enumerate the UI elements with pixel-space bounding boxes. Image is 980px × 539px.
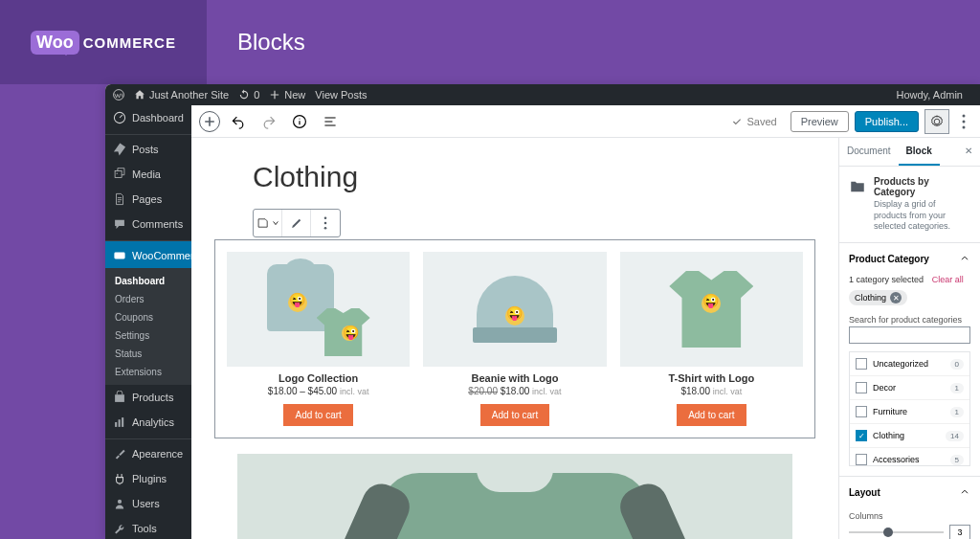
section-head-category[interactable]: Product Category xyxy=(839,243,980,274)
new-link[interactable]: New xyxy=(269,89,305,101)
section-head-layout[interactable]: Layout xyxy=(839,477,980,507)
sidebar-label: Pages xyxy=(132,193,162,205)
products-block[interactable]: Logo Collection $18.00 – $45.00 incl. va… xyxy=(214,239,815,438)
svg-point-16 xyxy=(963,120,966,123)
sub-item-dashboard[interactable]: Dashboard xyxy=(105,272,191,290)
inserter-button[interactable] xyxy=(199,111,220,132)
category-item[interactable]: Uncategorized0 xyxy=(850,352,969,376)
category-item[interactable]: Decor1 xyxy=(850,376,969,400)
howdy-link[interactable]: Howdy, Admin xyxy=(897,89,964,101)
checkbox[interactable] xyxy=(856,406,867,417)
columns-slider[interactable] xyxy=(849,531,944,533)
edit-button[interactable] xyxy=(282,210,311,236)
selected-count: 1 category selected xyxy=(849,275,924,284)
admin-bar: Just Another Site 0 New View Posts Howdy… xyxy=(105,84,980,105)
site-name-link[interactable]: Just Another Site xyxy=(134,89,229,101)
sidebar-item-pages[interactable]: Pages xyxy=(105,187,191,212)
search-label: Search for product categories xyxy=(849,315,970,325)
close-inspector-button[interactable]: ✕ xyxy=(957,138,980,166)
wp-logo-icon[interactable] xyxy=(113,89,124,101)
sidebar-item-products[interactable]: Products xyxy=(105,385,191,410)
folder-icon xyxy=(849,178,866,195)
selected-chip: Clothing✕ xyxy=(849,290,907,305)
category-item[interactable]: Accessories5 xyxy=(850,448,969,466)
sidebar-item-woocommerce[interactable]: WooCommerce xyxy=(105,240,191,268)
chip-label: Clothing xyxy=(855,293,886,303)
woo-bubble: Woo xyxy=(31,31,79,55)
sidebar-item-media[interactable]: Media xyxy=(105,162,191,187)
sub-item-extensions[interactable]: Extensions xyxy=(105,363,191,381)
sidebar-label: Comments xyxy=(132,218,183,230)
chevron-up-icon xyxy=(959,253,970,264)
product-price: $18.00 incl. vat xyxy=(620,386,803,396)
category-label: Furniture xyxy=(873,407,907,416)
add-to-cart-button[interactable]: Add to cart xyxy=(480,404,549,426)
add-to-cart-button[interactable]: Add to cart xyxy=(677,404,746,426)
category-list[interactable]: Uncategorized0 Decor1 Furniture1 Clothin… xyxy=(849,351,970,466)
tab-document[interactable]: Document xyxy=(839,138,899,166)
block-more-button[interactable] xyxy=(311,210,340,236)
woo-logo: Woo COMMERCE xyxy=(31,31,176,55)
product-title: Beanie with Logo xyxy=(423,372,606,384)
category-item[interactable]: Clothing14 xyxy=(850,424,969,448)
sidebar-item-tools[interactable]: Tools xyxy=(105,516,191,539)
sidebar-item-users[interactable]: Users xyxy=(105,491,191,516)
chip-remove-button[interactable]: ✕ xyxy=(890,292,902,303)
sidebar-item-posts[interactable]: Posts xyxy=(105,134,191,162)
sidebar-item-appearance[interactable]: Apearence xyxy=(105,438,191,466)
columns-value[interactable]: 3 xyxy=(949,525,970,539)
category-search-input[interactable] xyxy=(849,326,970,344)
sidebar-label: Apearence xyxy=(132,448,183,460)
add-to-cart-button[interactable]: Add to cart xyxy=(283,404,352,426)
inspector-tabs: Document Block ✕ xyxy=(839,138,980,167)
publish-button[interactable]: Publish... xyxy=(855,111,919,132)
sub-item-coupons[interactable]: Coupons xyxy=(105,308,191,326)
checkbox[interactable] xyxy=(856,430,867,441)
sidebar-item-plugins[interactable]: Plugins xyxy=(105,466,191,491)
block-type-button[interactable] xyxy=(254,210,282,236)
svg-point-20 xyxy=(324,227,327,230)
svg-point-19 xyxy=(324,222,327,225)
sidebar-label: Dashboard xyxy=(132,112,184,124)
sub-item-status[interactable]: Status xyxy=(105,345,191,363)
admin-sidebar: Dashboard Posts Media Pages Comments Woo… xyxy=(105,105,191,539)
sub-item-orders[interactable]: Orders xyxy=(105,290,191,308)
checkbox[interactable] xyxy=(856,358,867,370)
sidebar-label: Users xyxy=(132,498,160,509)
checkbox[interactable] xyxy=(856,454,867,465)
svg-point-9 xyxy=(118,500,122,504)
svg-point-3 xyxy=(117,173,118,174)
redo-button[interactable] xyxy=(256,109,281,134)
category-item[interactable]: Furniture1 xyxy=(850,400,969,424)
checkbox[interactable] xyxy=(856,382,867,393)
updates-link[interactable]: 0 xyxy=(238,89,259,101)
block-info-title: Products by Category xyxy=(874,176,970,197)
preview-button[interactable]: Preview xyxy=(791,111,849,132)
category-label: Accessories xyxy=(873,455,920,464)
clear-all-link[interactable]: Clear all xyxy=(932,275,964,284)
banner-title: Blocks xyxy=(207,29,305,56)
editor-canvas[interactable]: Clothing xyxy=(191,138,838,539)
section-title: Product Category xyxy=(849,254,929,264)
info-button[interactable] xyxy=(287,109,312,134)
svg-point-18 xyxy=(324,216,327,219)
tab-block[interactable]: Block xyxy=(899,138,940,166)
sidebar-label: WooCommerce xyxy=(132,250,191,261)
columns-label: Columns xyxy=(849,511,970,521)
settings-toggle-button[interactable] xyxy=(924,109,949,134)
sidebar-label: Tools xyxy=(132,523,157,534)
outline-button[interactable] xyxy=(318,109,343,134)
sidebar-item-analytics[interactable]: Analytics xyxy=(105,410,191,435)
svg-point-17 xyxy=(963,125,966,128)
undo-button[interactable] xyxy=(226,109,251,134)
woo-submenu: Dashboard Orders Coupons Settings Status… xyxy=(105,268,191,385)
sidebar-label: Media xyxy=(132,168,161,180)
svg-rect-5 xyxy=(115,394,124,402)
sub-item-settings[interactable]: Settings xyxy=(105,326,191,345)
view-posts-link[interactable]: View Posts xyxy=(315,89,367,101)
page-title[interactable]: Clothing xyxy=(253,161,777,193)
more-options-button[interactable] xyxy=(955,109,972,134)
svg-point-15 xyxy=(963,114,966,117)
sidebar-item-comments[interactable]: Comments xyxy=(105,212,191,236)
sidebar-item-dashboard[interactable]: Dashboard xyxy=(105,105,191,130)
